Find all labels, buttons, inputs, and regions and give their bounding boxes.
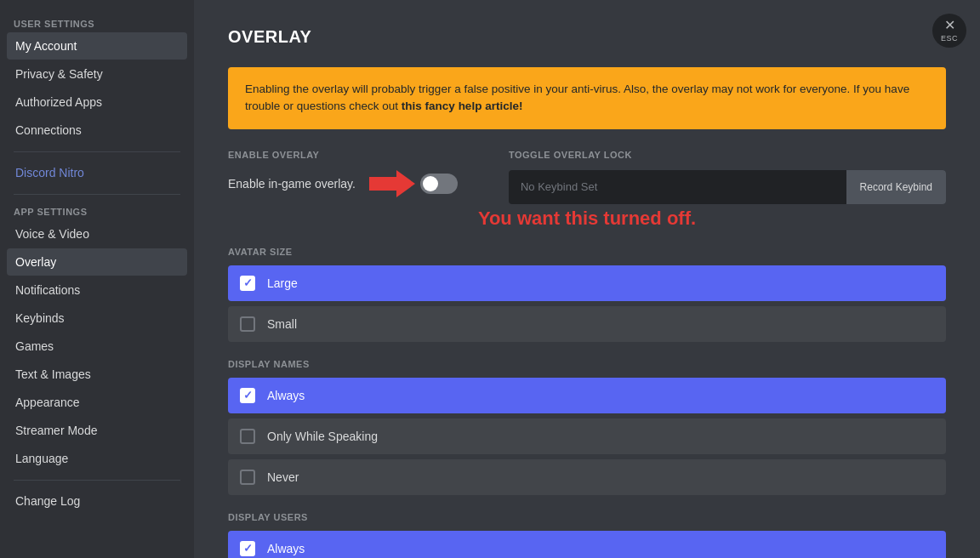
- sidebar-item-overlay[interactable]: Overlay: [7, 248, 187, 276]
- sidebar-item-connections[interactable]: Connections: [7, 117, 187, 144]
- keybind-input-row: No Keybind Set Record Keybind: [509, 170, 946, 204]
- sidebar-item-my-account[interactable]: My Account: [7, 32, 187, 60]
- sidebar-item-keybinds[interactable]: Keybinds: [7, 305, 187, 332]
- sidebar-item-change-log[interactable]: Change Log: [7, 487, 187, 515]
- display-names-never-option[interactable]: Never: [228, 459, 946, 495]
- sidebar: USER SETTINGS My Account Privacy & Safet…: [0, 0, 194, 558]
- sidebar-divider-3: [14, 480, 180, 481]
- avatar-size-large-checkbox: [240, 276, 255, 291]
- esc-label: ESC: [941, 34, 958, 43]
- sidebar-divider-2: [14, 194, 180, 195]
- toggle-overlay-col: TOGGLE OVERLAY LOCK No Keybind Set Recor…: [509, 150, 946, 204]
- display-names-speaking-checkbox: [240, 429, 255, 444]
- warning-banner: Enabling the overlay will probably trigg…: [228, 67, 946, 129]
- sidebar-item-voice-video[interactable]: Voice & Video: [7, 220, 187, 248]
- avatar-size-large-label: Large: [267, 276, 298, 290]
- sidebar-item-language[interactable]: Language: [7, 445, 187, 472]
- toggle-row: Enable in-game overlay.: [228, 170, 458, 197]
- page-title: OVERLAY: [228, 27, 946, 47]
- avatar-size-label: AVATAR SIZE: [228, 247, 946, 257]
- overlay-toggle[interactable]: [420, 174, 458, 194]
- svg-marker-0: [369, 170, 415, 197]
- sidebar-item-authorized-apps[interactable]: Authorized Apps: [7, 88, 187, 116]
- display-names-always-checkbox: [240, 388, 255, 403]
- esc-button[interactable]: ✕ ESC: [932, 14, 966, 48]
- display-names-never-label: Never: [267, 470, 299, 484]
- sidebar-item-discord-nitro[interactable]: Discord Nitro: [7, 159, 187, 186]
- main-content: ✕ ESC OVERLAY Enabling the overlay will …: [194, 0, 980, 558]
- record-keybind-button[interactable]: Record Keybind: [846, 170, 946, 204]
- sidebar-item-appearance[interactable]: Appearance: [7, 389, 187, 416]
- display-users-always-label: Always: [267, 542, 305, 555]
- sidebar-item-notifications[interactable]: Notifications: [7, 276, 187, 304]
- app-settings-label: APP SETTINGS: [7, 202, 187, 220]
- sidebar-item-games[interactable]: Games: [7, 333, 187, 360]
- avatar-size-small-label: Small: [267, 317, 297, 331]
- close-icon: ✕: [944, 19, 955, 32]
- sidebar-item-streamer-mode[interactable]: Streamer Mode: [7, 417, 187, 444]
- enable-overlay-col: ENABLE OVERLAY Enable in-game overlay.: [228, 150, 458, 204]
- display-users-label: DISPLAY USERS: [228, 512, 946, 522]
- enable-overlay-label: ENABLE OVERLAY: [228, 150, 458, 160]
- avatar-size-large-option[interactable]: Large: [228, 265, 946, 301]
- display-users-always-checkbox: [240, 541, 255, 556]
- red-arrow-annotation: [369, 170, 415, 197]
- warning-text: Enabling the overlay will probably trigg…: [245, 83, 909, 112]
- annotation-text: You want this turned off.: [228, 208, 946, 230]
- sidebar-item-text-images[interactable]: Text & Images: [7, 361, 187, 388]
- sidebar-item-privacy-safety[interactable]: Privacy & Safety: [7, 60, 187, 88]
- display-names-speaking-option[interactable]: Only While Speaking: [228, 418, 946, 454]
- red-arrow-icon: [369, 170, 415, 197]
- avatar-size-small-option[interactable]: Small: [228, 306, 946, 342]
- display-names-never-checkbox: [240, 470, 255, 485]
- display-names-label: DISPLAY NAMES: [228, 359, 946, 369]
- sidebar-divider-1: [14, 151, 180, 152]
- display-names-always-option[interactable]: Always: [228, 378, 946, 413]
- avatar-size-small-checkbox: [240, 316, 255, 332]
- enable-ingame-label: Enable in-game overlay.: [228, 177, 356, 191]
- keybind-placeholder: No Keybind Set: [509, 180, 846, 193]
- display-names-speaking-label: Only While Speaking: [267, 430, 378, 443]
- warning-link: this fancy help article!: [402, 100, 523, 112]
- toggle-overlay-lock-label: TOGGLE OVERLAY LOCK: [509, 150, 946, 160]
- user-settings-label: USER SETTINGS: [7, 14, 187, 32]
- overlay-top: ENABLE OVERLAY Enable in-game overlay. T…: [228, 150, 946, 204]
- display-names-always-label: Always: [267, 389, 305, 402]
- display-users-always-option[interactable]: Always: [228, 531, 946, 559]
